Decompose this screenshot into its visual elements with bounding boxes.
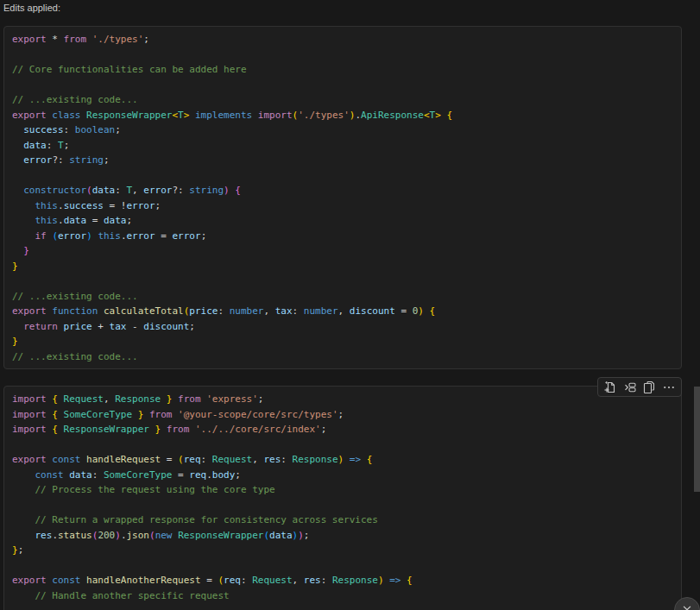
code-block-toolbar xyxy=(597,377,682,397)
insert-at-cursor-button[interactable] xyxy=(621,379,640,395)
insert-icon xyxy=(623,380,637,394)
apply-in-editor-button[interactable] xyxy=(601,379,620,395)
copy-icon xyxy=(642,380,656,394)
code-block-core-module: export * from './types'; // Core functio… xyxy=(3,26,682,369)
code-block-express-handlers: import { Request, Response } from 'expre… xyxy=(3,386,682,610)
edits-applied-label: Edits applied: xyxy=(3,2,60,14)
chevron-down-icon xyxy=(681,602,693,610)
chat-response-area: Edits applied: export * from './types'; … xyxy=(0,0,700,610)
ellipsis-icon xyxy=(662,380,676,394)
vertical-scrollbar-thumb[interactable] xyxy=(694,387,700,492)
more-actions-button[interactable] xyxy=(659,379,678,395)
copy-button[interactable] xyxy=(640,379,659,395)
file-apply-icon xyxy=(603,380,617,394)
